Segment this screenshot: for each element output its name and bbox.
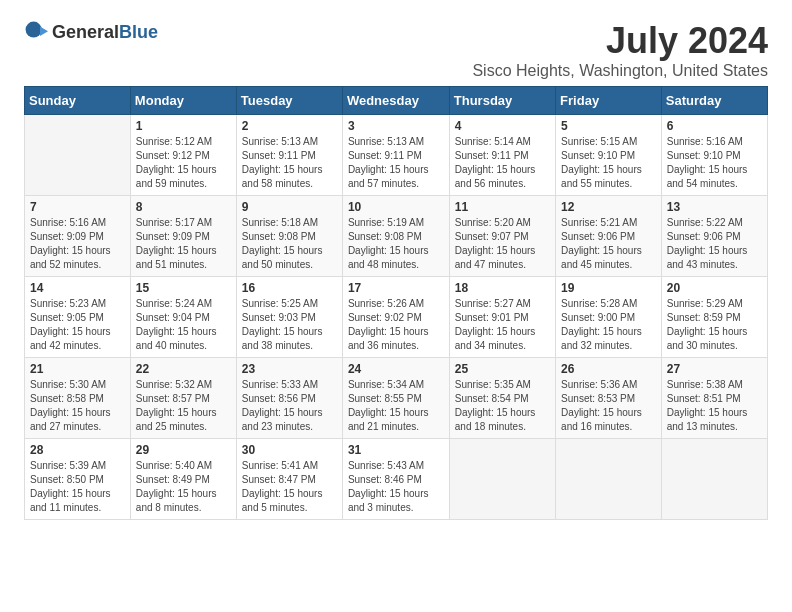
day-header-tuesday: Tuesday xyxy=(236,87,342,115)
day-info: Sunrise: 5:30 AM Sunset: 8:58 PM Dayligh… xyxy=(30,378,125,434)
day-info: Sunrise: 5:26 AM Sunset: 9:02 PM Dayligh… xyxy=(348,297,444,353)
day-info: Sunrise: 5:14 AM Sunset: 9:11 PM Dayligh… xyxy=(455,135,550,191)
day-number: 27 xyxy=(667,362,762,376)
logo: GeneralBlue xyxy=(24,20,158,44)
day-number: 5 xyxy=(561,119,656,133)
calendar-cell: 9Sunrise: 5:18 AM Sunset: 9:08 PM Daylig… xyxy=(236,196,342,277)
logo-blue: Blue xyxy=(119,22,158,42)
day-number: 14 xyxy=(30,281,125,295)
day-info: Sunrise: 5:32 AM Sunset: 8:57 PM Dayligh… xyxy=(136,378,231,434)
day-number: 22 xyxy=(136,362,231,376)
day-info: Sunrise: 5:19 AM Sunset: 9:08 PM Dayligh… xyxy=(348,216,444,272)
day-number: 20 xyxy=(667,281,762,295)
calendar-week-row: 7Sunrise: 5:16 AM Sunset: 9:09 PM Daylig… xyxy=(25,196,768,277)
calendar-cell xyxy=(25,115,131,196)
calendar-cell: 13Sunrise: 5:22 AM Sunset: 9:06 PM Dayli… xyxy=(661,196,767,277)
day-number: 18 xyxy=(455,281,550,295)
calendar-cell: 8Sunrise: 5:17 AM Sunset: 9:09 PM Daylig… xyxy=(130,196,236,277)
svg-point-0 xyxy=(26,22,42,38)
day-number: 26 xyxy=(561,362,656,376)
day-number: 7 xyxy=(30,200,125,214)
calendar-cell: 14Sunrise: 5:23 AM Sunset: 9:05 PM Dayli… xyxy=(25,277,131,358)
day-number: 6 xyxy=(667,119,762,133)
day-info: Sunrise: 5:20 AM Sunset: 9:07 PM Dayligh… xyxy=(455,216,550,272)
calendar-week-row: 28Sunrise: 5:39 AM Sunset: 8:50 PM Dayli… xyxy=(25,439,768,520)
day-info: Sunrise: 5:35 AM Sunset: 8:54 PM Dayligh… xyxy=(455,378,550,434)
calendar-cell: 16Sunrise: 5:25 AM Sunset: 9:03 PM Dayli… xyxy=(236,277,342,358)
page-header: GeneralBlue July 2024 Sisco Heights, Was… xyxy=(24,20,768,80)
calendar-week-row: 21Sunrise: 5:30 AM Sunset: 8:58 PM Dayli… xyxy=(25,358,768,439)
calendar-cell: 17Sunrise: 5:26 AM Sunset: 9:02 PM Dayli… xyxy=(342,277,449,358)
day-header-thursday: Thursday xyxy=(449,87,555,115)
calendar-cell: 30Sunrise: 5:41 AM Sunset: 8:47 PM Dayli… xyxy=(236,439,342,520)
day-info: Sunrise: 5:34 AM Sunset: 8:55 PM Dayligh… xyxy=(348,378,444,434)
logo-general: General xyxy=(52,22,119,42)
svg-marker-1 xyxy=(40,26,48,36)
day-number: 11 xyxy=(455,200,550,214)
day-info: Sunrise: 5:22 AM Sunset: 9:06 PM Dayligh… xyxy=(667,216,762,272)
day-number: 28 xyxy=(30,443,125,457)
calendar-cell: 10Sunrise: 5:19 AM Sunset: 9:08 PM Dayli… xyxy=(342,196,449,277)
day-info: Sunrise: 5:25 AM Sunset: 9:03 PM Dayligh… xyxy=(242,297,337,353)
day-number: 9 xyxy=(242,200,337,214)
calendar-cell: 25Sunrise: 5:35 AM Sunset: 8:54 PM Dayli… xyxy=(449,358,555,439)
calendar-cell: 27Sunrise: 5:38 AM Sunset: 8:51 PM Dayli… xyxy=(661,358,767,439)
day-number: 19 xyxy=(561,281,656,295)
day-number: 15 xyxy=(136,281,231,295)
day-info: Sunrise: 5:13 AM Sunset: 9:11 PM Dayligh… xyxy=(348,135,444,191)
day-info: Sunrise: 5:36 AM Sunset: 8:53 PM Dayligh… xyxy=(561,378,656,434)
calendar-cell: 24Sunrise: 5:34 AM Sunset: 8:55 PM Dayli… xyxy=(342,358,449,439)
calendar-cell: 4Sunrise: 5:14 AM Sunset: 9:11 PM Daylig… xyxy=(449,115,555,196)
day-info: Sunrise: 5:40 AM Sunset: 8:49 PM Dayligh… xyxy=(136,459,231,515)
day-number: 21 xyxy=(30,362,125,376)
day-number: 13 xyxy=(667,200,762,214)
day-info: Sunrise: 5:29 AM Sunset: 8:59 PM Dayligh… xyxy=(667,297,762,353)
day-number: 23 xyxy=(242,362,337,376)
calendar-cell: 5Sunrise: 5:15 AM Sunset: 9:10 PM Daylig… xyxy=(556,115,662,196)
calendar-cell: 18Sunrise: 5:27 AM Sunset: 9:01 PM Dayli… xyxy=(449,277,555,358)
day-header-sunday: Sunday xyxy=(25,87,131,115)
day-number: 25 xyxy=(455,362,550,376)
day-info: Sunrise: 5:12 AM Sunset: 9:12 PM Dayligh… xyxy=(136,135,231,191)
day-number: 30 xyxy=(242,443,337,457)
day-info: Sunrise: 5:15 AM Sunset: 9:10 PM Dayligh… xyxy=(561,135,656,191)
calendar-cell: 20Sunrise: 5:29 AM Sunset: 8:59 PM Dayli… xyxy=(661,277,767,358)
day-number: 3 xyxy=(348,119,444,133)
day-number: 29 xyxy=(136,443,231,457)
day-number: 2 xyxy=(242,119,337,133)
calendar-week-row: 14Sunrise: 5:23 AM Sunset: 9:05 PM Dayli… xyxy=(25,277,768,358)
calendar-week-row: 1Sunrise: 5:12 AM Sunset: 9:12 PM Daylig… xyxy=(25,115,768,196)
calendar-table: SundayMondayTuesdayWednesdayThursdayFrid… xyxy=(24,86,768,520)
day-number: 16 xyxy=(242,281,337,295)
day-info: Sunrise: 5:16 AM Sunset: 9:10 PM Dayligh… xyxy=(667,135,762,191)
day-number: 17 xyxy=(348,281,444,295)
calendar-cell: 31Sunrise: 5:43 AM Sunset: 8:46 PM Dayli… xyxy=(342,439,449,520)
calendar-cell xyxy=(556,439,662,520)
calendar-title: July 2024 xyxy=(472,20,768,62)
day-info: Sunrise: 5:18 AM Sunset: 9:08 PM Dayligh… xyxy=(242,216,337,272)
day-number: 12 xyxy=(561,200,656,214)
day-info: Sunrise: 5:13 AM Sunset: 9:11 PM Dayligh… xyxy=(242,135,337,191)
day-info: Sunrise: 5:41 AM Sunset: 8:47 PM Dayligh… xyxy=(242,459,337,515)
calendar-cell: 23Sunrise: 5:33 AM Sunset: 8:56 PM Dayli… xyxy=(236,358,342,439)
logo-icon xyxy=(24,20,48,44)
day-info: Sunrise: 5:38 AM Sunset: 8:51 PM Dayligh… xyxy=(667,378,762,434)
day-info: Sunrise: 5:27 AM Sunset: 9:01 PM Dayligh… xyxy=(455,297,550,353)
calendar-cell: 1Sunrise: 5:12 AM Sunset: 9:12 PM Daylig… xyxy=(130,115,236,196)
day-number: 10 xyxy=(348,200,444,214)
calendar-cell: 11Sunrise: 5:20 AM Sunset: 9:07 PM Dayli… xyxy=(449,196,555,277)
calendar-cell: 7Sunrise: 5:16 AM Sunset: 9:09 PM Daylig… xyxy=(25,196,131,277)
day-number: 8 xyxy=(136,200,231,214)
day-number: 1 xyxy=(136,119,231,133)
title-area: July 2024 Sisco Heights, Washington, Uni… xyxy=(472,20,768,80)
day-info: Sunrise: 5:39 AM Sunset: 8:50 PM Dayligh… xyxy=(30,459,125,515)
day-info: Sunrise: 5:43 AM Sunset: 8:46 PM Dayligh… xyxy=(348,459,444,515)
day-number: 24 xyxy=(348,362,444,376)
day-header-friday: Friday xyxy=(556,87,662,115)
calendar-cell: 6Sunrise: 5:16 AM Sunset: 9:10 PM Daylig… xyxy=(661,115,767,196)
day-number: 4 xyxy=(455,119,550,133)
day-info: Sunrise: 5:33 AM Sunset: 8:56 PM Dayligh… xyxy=(242,378,337,434)
calendar-subtitle: Sisco Heights, Washington, United States xyxy=(472,62,768,80)
calendar-cell: 12Sunrise: 5:21 AM Sunset: 9:06 PM Dayli… xyxy=(556,196,662,277)
calendar-cell: 15Sunrise: 5:24 AM Sunset: 9:04 PM Dayli… xyxy=(130,277,236,358)
